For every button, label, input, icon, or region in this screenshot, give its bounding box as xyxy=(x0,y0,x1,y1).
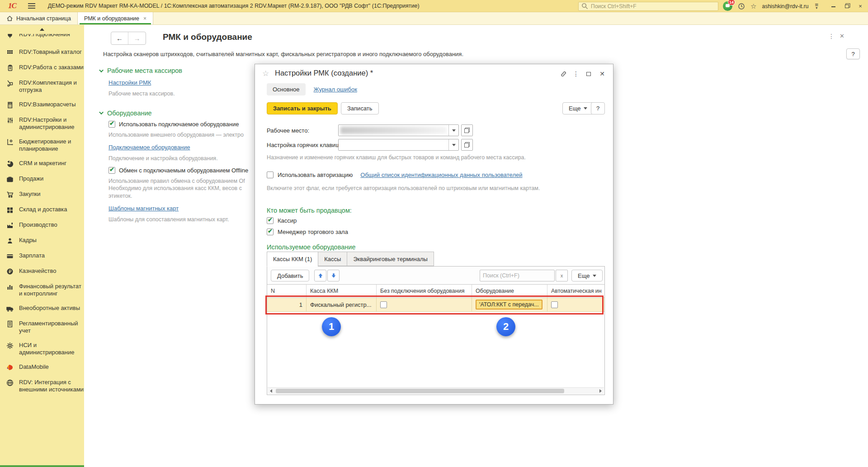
sidebar-item-11[interactable]: Производство xyxy=(6,221,84,229)
sidebar-item-label: DataMobile xyxy=(19,363,49,371)
sidebar-item-19[interactable]: DataMobile xyxy=(6,363,84,371)
global-search-input[interactable] xyxy=(578,2,718,11)
scroll-left-button[interactable] xyxy=(268,388,274,394)
sidebar-item-label: Казначейство xyxy=(19,267,56,275)
sidebar-item-9[interactable]: Закупки xyxy=(6,191,84,198)
favorite-star-icon[interactable]: ☆ xyxy=(262,69,269,78)
panel-checkbox-row: Обмен с подключаемым оборудованием Offli… xyxy=(108,167,251,174)
section-header[interactable]: Рабочие места кассиров xyxy=(100,67,251,74)
equipment-tab-2[interactable]: Эквайринговые терминалы xyxy=(347,252,434,266)
workplace-combo[interactable] xyxy=(338,124,459,136)
sidebar-item-1[interactable]: RDV:Товарный каталог xyxy=(6,48,84,56)
dialog-tab-1[interactable]: Журнал ошибок xyxy=(314,86,357,93)
save-and-close-button[interactable]: Записать и закрыть xyxy=(267,102,338,114)
hotkeys-open-button[interactable] xyxy=(461,139,473,151)
window-minimize-button[interactable] xyxy=(827,3,839,10)
dialog-close-icon[interactable]: ✕ xyxy=(598,70,607,78)
window-restore-button[interactable] xyxy=(841,3,853,10)
equipment-value[interactable]: 'АТОЛ:ККТ с передач... xyxy=(476,300,542,310)
sidebar-item-7[interactable]: CRM и маркетинг xyxy=(6,160,84,167)
column-header-0[interactable]: N xyxy=(267,285,307,297)
sidebar-item-18[interactable]: НСИ и администрирование xyxy=(6,342,84,356)
panel-link[interactable]: Подключаемое оборудование xyxy=(108,144,190,151)
current-user[interactable]: ashishkin@rdv-it.ru xyxy=(762,3,809,10)
table-search-field[interactable] xyxy=(480,272,554,279)
sidebar-item-8[interactable]: Продажи xyxy=(6,175,84,183)
equipment-tab-1[interactable]: Кассы xyxy=(318,252,347,266)
sidebar-item-6[interactable]: Бюджетирование и планирование xyxy=(6,138,84,152)
dialog-more-button[interactable]: Еще xyxy=(562,102,594,114)
sidebar-item-label: Закупки xyxy=(19,191,40,198)
equipment-tab-0[interactable]: Кассы ККМ (1) xyxy=(267,252,318,267)
scroll-right-button[interactable] xyxy=(597,388,604,394)
section-header[interactable]: Оборудование xyxy=(100,110,251,117)
sidebar-item-13[interactable]: Зарплата xyxy=(6,252,84,260)
sidebar-item-4[interactable]: RDV:Взаиморасчеты xyxy=(6,101,84,109)
tab-close-icon[interactable]: × xyxy=(143,15,146,22)
use-authorization-checkbox[interactable] xyxy=(267,172,274,178)
workplace-dropdown-icon[interactable] xyxy=(448,125,458,136)
get-link-icon[interactable] xyxy=(559,70,568,78)
panel-checkbox[interactable] xyxy=(108,121,115,128)
floor-manager-checkbox[interactable] xyxy=(267,229,274,235)
move-up-button[interactable] xyxy=(314,270,326,281)
panel-link[interactable]: Шаблоны магнитных карт xyxy=(108,205,179,212)
sidebar-item-15[interactable]: Финансовый результат и контроллинг xyxy=(6,283,84,297)
panel-link[interactable]: Настройки РМК xyxy=(108,79,151,86)
sidebar-item-0[interactable]: RDV:Подключения xyxy=(6,34,84,41)
sidebar-item-12[interactable]: Кадры xyxy=(6,237,84,244)
sidebar-item-14[interactable]: Казначейство xyxy=(6,267,84,275)
move-down-button[interactable] xyxy=(327,270,340,281)
page-help-button[interactable]: ? xyxy=(846,48,860,59)
sidebar-item-20[interactable]: RDV: Интеграция с внешними источниками xyxy=(6,379,84,393)
dialog-maximize-icon[interactable] xyxy=(584,70,593,78)
horizontal-scrollbar[interactable] xyxy=(268,387,604,394)
identification-data-link[interactable]: Общий список идентификационных данных по… xyxy=(360,172,522,178)
table-row[interactable]: 1Фискальный регистр...'АТОЛ:ККТ с переда… xyxy=(267,298,604,312)
column-header-2[interactable]: Без подключения оборудования xyxy=(377,285,472,297)
search-clear-button[interactable]: x xyxy=(556,270,568,281)
service-menu-icon[interactable]: ≡▾ xyxy=(815,3,818,10)
sidebar-scroll-up[interactable] xyxy=(0,25,84,34)
column-header-3[interactable]: Оборудование xyxy=(472,285,547,297)
no-hardware-checkbox[interactable] xyxy=(380,301,387,308)
sidebar-item-16[interactable]: Внеоборотные активы xyxy=(6,305,84,312)
page-close-icon[interactable]: ✕ xyxy=(840,33,844,39)
workplace-open-button[interactable] xyxy=(461,124,473,136)
table-search-input[interactable] xyxy=(480,270,555,281)
sidebar-item-3[interactable]: RDV:Комплектация и отгрузка xyxy=(6,79,84,93)
table-toolbar: Добавить x Еще xyxy=(267,267,604,285)
sidebar-item-10[interactable]: Склад и доставка xyxy=(6,206,84,214)
sidebar-item-5[interactable]: RDV:Настройки и администрирование xyxy=(6,116,84,130)
page-more-icon[interactable]: ⋮ xyxy=(828,33,835,40)
table-more-button[interactable]: Еще xyxy=(571,270,603,281)
save-button[interactable]: Записать xyxy=(341,102,379,114)
favorites-icon[interactable]: ☆ xyxy=(750,2,756,10)
global-search-field[interactable] xyxy=(590,3,703,10)
cell-kkm[interactable]: Фискальный регистр... xyxy=(307,298,377,311)
column-header-1[interactable]: Касса ККМ xyxy=(307,285,377,297)
dialog-tab-0[interactable]: Основное xyxy=(267,83,306,95)
history-back-button[interactable]: ← xyxy=(111,32,128,44)
hotkeys-dropdown-icon[interactable] xyxy=(448,139,458,150)
window-close-button[interactable]: × xyxy=(854,3,866,10)
sidebar-item-2[interactable]: RDV:Работа с заказами xyxy=(6,64,84,71)
history-forward-button[interactable]: → xyxy=(128,32,146,44)
main-menu-icon[interactable] xyxy=(28,3,35,9)
history-icon[interactable] xyxy=(738,3,745,10)
window-title: ДЕМО-режим RDV Маркет RM-KA-MODEL / 1С:К… xyxy=(48,3,420,9)
discussions-icon[interactable]: 14 xyxy=(723,1,732,11)
hotkeys-combo[interactable] xyxy=(338,139,459,151)
scrollbar-thumb[interactable] xyxy=(276,389,564,393)
window-tab-home[interactable]: Начальная страница xyxy=(0,12,77,24)
sidebar-item-17[interactable]: Регламентированный учет xyxy=(6,320,84,334)
cashier-checkbox[interactable] xyxy=(267,217,274,224)
window-tab-rmk[interactable]: РМК и оборудование× xyxy=(77,12,153,24)
add-button[interactable]: Добавить xyxy=(271,270,309,281)
column-header-4[interactable]: Автоматическая ин xyxy=(547,285,604,297)
auto-checkbox[interactable] xyxy=(551,301,558,308)
dialog-more-icon[interactable]: ⋮ xyxy=(571,70,580,78)
globe-icon xyxy=(6,379,14,393)
panel-checkbox[interactable] xyxy=(108,167,115,174)
dialog-help-button[interactable]: ? xyxy=(591,102,605,114)
